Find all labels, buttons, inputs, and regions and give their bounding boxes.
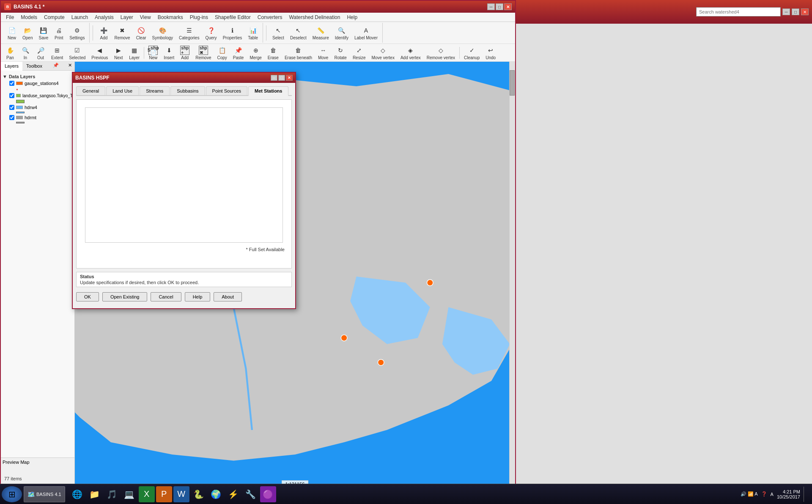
minimize-button[interactable]: ─: [487, 3, 495, 10]
right-sidebar-minimize[interactable]: ─: [782, 8, 790, 15]
toolbar-shp-merge-button[interactable]: Merge: [247, 44, 264, 61]
toolbar-selected-button[interactable]: Selected: [66, 44, 88, 61]
toolbar-zoomin-button[interactable]: In: [18, 44, 33, 61]
tab-point-sources[interactable]: Point Sources: [206, 86, 247, 95]
group-expand-icon[interactable]: ▼: [3, 74, 7, 79]
toolbar-shp-copy-button[interactable]: Copy: [214, 44, 230, 61]
tab-general[interactable]: General: [76, 86, 105, 95]
dialog-restore-button[interactable]: □: [278, 75, 285, 81]
toolbar-shp-add-button[interactable]: shp+ Add: [177, 44, 192, 61]
toolbar-shp-erasebeneith-button[interactable]: Erase beneath: [282, 44, 315, 61]
tab-streams[interactable]: Streams: [140, 86, 170, 95]
toolbar-undo-button[interactable]: Undo: [483, 44, 499, 61]
menu-analysis[interactable]: Analysis: [91, 14, 117, 21]
map-scrollbar-thumb[interactable]: [510, 70, 515, 96]
toolbar-layer-button[interactable]: Layer: [126, 44, 143, 61]
menu-converters[interactable]: Converters: [254, 14, 286, 21]
taskbar-app10-icon[interactable]: ⚡: [225, 486, 241, 502]
taskbar-help-icon[interactable]: ❓: [761, 491, 767, 497]
taskbar-app8-icon[interactable]: 🐍: [191, 486, 207, 502]
toolbar-zoomout-button[interactable]: Out: [33, 44, 48, 61]
menu-watershed-delineation[interactable]: Watershed Delineation: [285, 14, 343, 21]
toolbar-remove-button[interactable]: Remove: [111, 25, 133, 41]
panel-tab-layers[interactable]: Layers: [1, 62, 22, 71]
taskbar-computer-icon[interactable]: 💻: [121, 486, 137, 502]
toolbar-cleanup-button[interactable]: Cleanup: [461, 44, 483, 61]
layer-checkbox-landuse[interactable]: [9, 93, 14, 98]
layer-checkbox-gauge[interactable]: [9, 81, 14, 86]
layer-checkbox-hdrw4[interactable]: [9, 105, 14, 110]
toolbar-new-button[interactable]: New: [4, 25, 19, 41]
panel-pin-button[interactable]: 📌: [50, 62, 61, 70]
menu-plugins[interactable]: Plug-ins: [187, 14, 211, 21]
taskbar-powerpoint-icon[interactable]: P: [156, 486, 172, 502]
right-sidebar-maximize[interactable]: □: [792, 8, 799, 15]
toolbar-add-button[interactable]: Add: [96, 25, 111, 41]
panel-tab-toolbox[interactable]: Toolbox: [22, 62, 46, 70]
menu-view[interactable]: View: [137, 14, 154, 21]
menu-models[interactable]: Models: [17, 14, 41, 21]
toolbar-categories-button[interactable]: Categories: [176, 25, 202, 41]
toolbar-movevertex-button[interactable]: Move vertex: [368, 44, 397, 61]
toolbar-extent-button[interactable]: Extent: [48, 44, 66, 61]
toolbar-measure-button[interactable]: Measure: [310, 25, 332, 41]
close-button[interactable]: ✕: [504, 3, 512, 10]
toolbar-shp-remove-button[interactable]: shp✖ Remove: [192, 44, 214, 61]
toolbar-shp-new-button[interactable]: shp📄 New: [145, 44, 161, 61]
dialog-help-button[interactable]: Help: [185, 292, 211, 301]
panel-close-button[interactable]: ✕: [66, 62, 74, 70]
toolbar-clear-button[interactable]: Clear: [133, 25, 149, 41]
tab-landuse[interactable]: Land Use: [106, 86, 139, 95]
toolbar-previous-button[interactable]: Previous: [88, 44, 111, 61]
toolbar-open-button[interactable]: Open: [19, 25, 36, 41]
taskbar-app12-icon[interactable]: 🟣: [260, 486, 276, 502]
toolbar-print-button[interactable]: Print: [51, 25, 66, 41]
toolbar-shp-move-button[interactable]: Move: [315, 44, 331, 61]
taskbar-explorer-icon[interactable]: 📁: [87, 486, 103, 502]
toolbar-query-button[interactable]: Query: [202, 25, 219, 41]
toolbar-next-button[interactable]: Next: [111, 44, 126, 61]
tab-subbasins[interactable]: Subbasins: [170, 86, 205, 95]
toolbar-shp-paste-button[interactable]: Paste: [230, 44, 247, 61]
dialog-open-existing-button[interactable]: Open Existing: [102, 292, 147, 301]
toolbar-pan-button[interactable]: Pan: [3, 44, 18, 61]
taskbar-app11-icon[interactable]: 🔧: [243, 486, 259, 502]
taskbar-media-icon[interactable]: 🎵: [104, 486, 120, 502]
toolbar-identify-button[interactable]: Identify: [332, 25, 351, 41]
menu-file[interactable]: File: [3, 14, 17, 21]
menu-bookmarks[interactable]: Bookmarks: [154, 14, 187, 21]
toolbar-shp-erase-button[interactable]: Erase: [265, 44, 282, 61]
toolbar-settings-button[interactable]: Settings: [66, 25, 88, 41]
start-button[interactable]: ⊞: [2, 486, 22, 502]
map-scrollbar[interactable]: [509, 62, 515, 491]
layer-checkbox-hdrmt[interactable]: [9, 115, 14, 120]
toolbar-table-button[interactable]: Table: [245, 25, 261, 41]
taskbar-chrome-icon[interactable]: 🌍: [208, 486, 224, 502]
menu-help[interactable]: Help: [343, 14, 361, 21]
toolbar-shp-resize-button[interactable]: Resize: [350, 44, 369, 61]
taskbar-basins-button[interactable]: 🗺️ BASINS 4.1: [24, 486, 65, 502]
toolbar-select-button[interactable]: Select: [269, 25, 287, 41]
dialog-close-button[interactable]: ✕: [286, 75, 293, 81]
taskbar-excel-icon[interactable]: X: [139, 486, 155, 502]
toolbar-removevertex-button[interactable]: Remove vertex: [424, 44, 458, 61]
dialog-minimize-button[interactable]: ─: [271, 75, 277, 81]
toolbar-save-button[interactable]: Save: [36, 25, 51, 41]
toolbar-symbology-button[interactable]: Symbology: [149, 25, 176, 41]
search-input[interactable]: [696, 7, 781, 16]
dialog-about-button[interactable]: About: [214, 292, 242, 301]
menu-shapefile-editor[interactable]: Shapefile Editor: [211, 14, 254, 21]
restore-button[interactable]: □: [496, 3, 503, 10]
dialog-cancel-button[interactable]: Cancel: [151, 292, 181, 301]
toolbar-labelmover-button[interactable]: Label Mover: [351, 25, 381, 41]
menu-compute[interactable]: Compute: [41, 14, 68, 21]
tab-met-stations[interactable]: Met Stations: [248, 86, 288, 96]
taskbar-ie-icon[interactable]: 🌐: [69, 486, 85, 502]
taskbar-show-desktop[interactable]: [804, 487, 807, 502]
menu-layer[interactable]: Layer: [117, 14, 137, 21]
right-sidebar-close[interactable]: ✕: [801, 8, 809, 15]
menu-launch[interactable]: Launch: [68, 14, 91, 21]
toolbar-properties-button[interactable]: Properties: [220, 25, 245, 41]
toolbar-shp-insert-button[interactable]: Insert: [161, 44, 177, 61]
dialog-ok-button[interactable]: OK: [76, 292, 99, 301]
